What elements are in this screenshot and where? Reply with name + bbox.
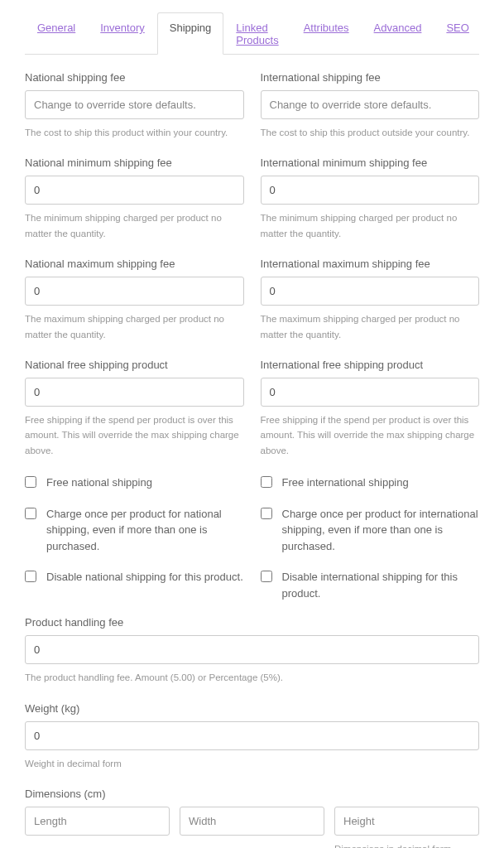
international-free-checkbox[interactable] — [261, 476, 272, 488]
international-fee-input[interactable] — [261, 90, 480, 119]
international-disable-cb-label: Disable international shipping for this … — [282, 569, 480, 601]
international-max-input[interactable] — [261, 277, 480, 306]
width-input[interactable] — [180, 807, 324, 836]
national-fee-help: The cost to ship this product within you… — [25, 125, 244, 140]
national-disable-checkbox[interactable] — [25, 571, 36, 582]
national-free-cb-label: Free national shipping — [46, 475, 152, 491]
national-free-input[interactable] — [25, 378, 244, 407]
handling-input[interactable] — [25, 635, 479, 664]
national-max-help: The maximum shipping charged per product… — [25, 311, 244, 342]
international-once-checkbox[interactable] — [261, 508, 272, 519]
national-min-help: The minimum shipping charged per product… — [25, 210, 244, 241]
national-min-input[interactable] — [25, 176, 244, 205]
national-disable-cb-label: Disable national shipping for this produ… — [46, 569, 243, 585]
tab-shipping[interactable]: Shipping — [157, 12, 224, 55]
national-min-label: National minimum shipping fee — [25, 157, 244, 169]
international-once-cb-label: Charge once per product for internationa… — [282, 506, 480, 555]
national-free-checkbox[interactable] — [25, 476, 36, 488]
international-min-input[interactable] — [261, 176, 480, 205]
dimensions-label: Dimensions (cm) — [25, 788, 479, 800]
international-max-label: International maximum shipping fee — [261, 258, 480, 270]
international-fee-help: The cost to ship this product outside yo… — [261, 125, 480, 140]
tab-linked-products[interactable]: Linked Products — [223, 12, 290, 55]
tab-advanced[interactable]: Advanced — [362, 12, 434, 55]
national-once-checkbox[interactable] — [25, 508, 36, 519]
tab-seo[interactable]: SEO — [434, 12, 481, 55]
international-min-help: The minimum shipping charged per product… — [261, 210, 480, 241]
national-free-help: Free shipping if the spend per product i… — [25, 412, 244, 458]
international-disable-checkbox[interactable] — [261, 571, 272, 582]
national-once-cb-label: Charge once per product for national shi… — [46, 506, 244, 555]
international-max-help: The maximum shipping charged per product… — [261, 311, 480, 342]
handling-label: Product handling fee — [25, 616, 479, 629]
national-free-label: National free shipping product — [25, 359, 244, 371]
international-free-cb-label: Free international shipping — [282, 475, 409, 491]
international-min-label: International minimum shipping fee — [261, 157, 480, 169]
international-free-label: International free shipping product — [261, 359, 480, 371]
handling-help: The product handling fee. Amount (5.00) … — [25, 670, 479, 685]
height-input[interactable] — [334, 807, 479, 836]
tab-attributes[interactable]: Attributes — [291, 12, 362, 55]
length-input[interactable] — [25, 807, 170, 836]
international-free-input[interactable] — [261, 378, 480, 407]
national-fee-input[interactable] — [25, 90, 244, 119]
weight-help: Weight in decimal form — [25, 756, 479, 771]
tab-general[interactable]: General — [25, 12, 88, 55]
product-tabs: General Inventory Shipping Linked Produc… — [25, 12, 479, 55]
international-fee-label: International shipping fee — [261, 71, 480, 84]
international-free-help: Free shipping if the spend per product i… — [261, 412, 480, 458]
dimensions-help: Dimensions in decimal form. — [334, 841, 479, 848]
weight-input[interactable] — [25, 721, 479, 750]
tab-inventory[interactable]: Inventory — [88, 12, 156, 55]
national-max-input[interactable] — [25, 277, 244, 306]
weight-label: Weight (kg) — [25, 702, 479, 715]
national-max-label: National maximum shipping fee — [25, 258, 244, 270]
national-fee-label: National shipping fee — [25, 71, 244, 84]
